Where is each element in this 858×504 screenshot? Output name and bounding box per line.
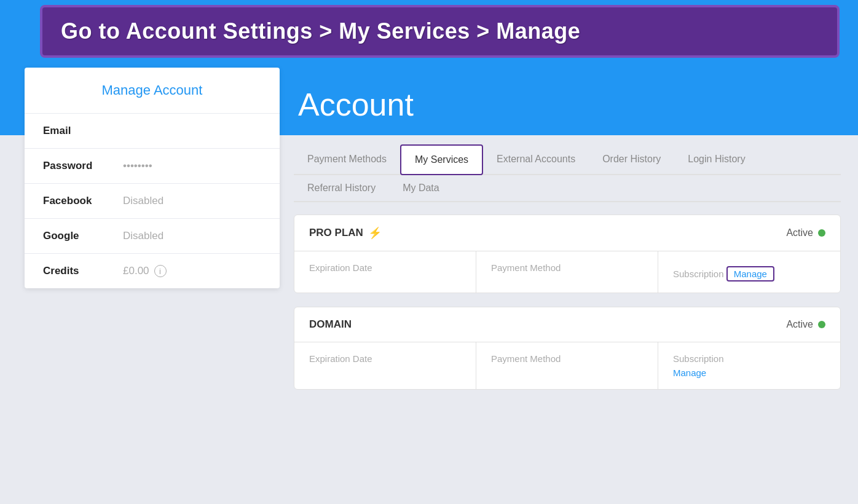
tab-payment-methods[interactable]: Payment Methods bbox=[294, 145, 400, 173]
manage-account-link[interactable]: Manage Account bbox=[102, 82, 203, 98]
domain-title-text: DOMAIN bbox=[309, 318, 352, 331]
domain-body: Expiration Date Payment Method Subscript… bbox=[294, 342, 840, 389]
domain-manage-link[interactable]: Manage bbox=[673, 368, 825, 378]
lightning-icon: ⚡ bbox=[368, 226, 382, 240]
facebook-row: Facebook Disabled bbox=[25, 184, 280, 219]
tab-order-history[interactable]: Order History bbox=[589, 145, 674, 173]
tabs-row-1: Payment Methods My Services External Acc… bbox=[294, 144, 841, 175]
page-title: Account bbox=[298, 86, 414, 123]
domain-expiration-label: Expiration Date bbox=[309, 353, 372, 364]
sidebar: Manage Account Email Password •••••••• F… bbox=[25, 68, 280, 288]
domain-card: DOMAIN Active Expiration Date Payment Me… bbox=[294, 307, 841, 390]
password-row: Password •••••••• bbox=[25, 149, 280, 184]
instruction-banner: Go to Account Settings > My Services > M… bbox=[40, 5, 840, 58]
main-content: Payment Methods My Services External Acc… bbox=[294, 144, 841, 403]
credits-row: Credits £0.00 i bbox=[25, 254, 280, 288]
domain-status-text: Active bbox=[786, 319, 813, 330]
sidebar-header: Manage Account bbox=[25, 68, 280, 114]
banner-text: Go to Account Settings > My Services > M… bbox=[61, 18, 580, 44]
domain-title: DOMAIN bbox=[309, 318, 352, 331]
domain-status-dot bbox=[818, 321, 825, 328]
password-label: Password bbox=[43, 160, 111, 172]
tab-login-history[interactable]: Login History bbox=[674, 145, 758, 173]
facebook-value: Disabled bbox=[123, 195, 163, 207]
pro-plan-subscription-col: Subscription Manage bbox=[658, 251, 840, 293]
tab-external-accounts[interactable]: External Accounts bbox=[483, 145, 589, 173]
facebook-label: Facebook bbox=[43, 195, 111, 207]
pro-plan-card: PRO PLAN ⚡ Active Expiration Date Paymen… bbox=[294, 215, 841, 293]
pro-plan-payment-col: Payment Method bbox=[476, 251, 658, 293]
pro-plan-status-text: Active bbox=[786, 227, 813, 238]
pro-plan-manage-link[interactable]: Manage bbox=[726, 266, 774, 282]
pro-plan-status-dot bbox=[818, 229, 825, 237]
domain-expiration-col: Expiration Date bbox=[294, 342, 476, 389]
pro-plan-subscription-label: Subscription bbox=[673, 269, 724, 279]
pro-plan-expiration-col: Expiration Date bbox=[294, 251, 476, 293]
tab-my-services[interactable]: My Services bbox=[400, 144, 483, 175]
pro-plan-body: Expiration Date Payment Method Subscript… bbox=[294, 251, 840, 293]
tabs-row-2: Referral History My Data bbox=[294, 175, 841, 202]
domain-subscription-label: Subscription bbox=[673, 353, 724, 364]
pro-plan-title-text: PRO PLAN bbox=[309, 227, 363, 239]
password-value: •••••••• bbox=[123, 160, 152, 172]
google-row: Google Disabled bbox=[25, 219, 280, 254]
pro-plan-title: PRO PLAN ⚡ bbox=[309, 226, 382, 240]
pro-plan-expiration-label: Expiration Date bbox=[309, 262, 372, 273]
tab-my-data[interactable]: My Data bbox=[389, 175, 453, 201]
google-value: Disabled bbox=[123, 230, 163, 242]
email-row: Email bbox=[25, 114, 280, 149]
google-label: Google bbox=[43, 230, 111, 242]
tab-referral-history[interactable]: Referral History bbox=[294, 175, 389, 201]
credits-value: £0.00 bbox=[123, 265, 149, 277]
credits-label: Credits bbox=[43, 265, 111, 277]
domain-header: DOMAIN Active bbox=[294, 307, 840, 342]
email-label: Email bbox=[43, 125, 111, 137]
credits-info-icon[interactable]: i bbox=[154, 265, 167, 277]
domain-status: Active bbox=[786, 319, 825, 330]
pro-plan-payment-label: Payment Method bbox=[491, 262, 561, 273]
domain-payment-label: Payment Method bbox=[491, 353, 561, 364]
pro-plan-status: Active bbox=[786, 227, 825, 238]
domain-payment-col: Payment Method bbox=[476, 342, 658, 389]
domain-subscription-col: Subscription Manage bbox=[658, 342, 840, 389]
pro-plan-header: PRO PLAN ⚡ Active bbox=[294, 215, 840, 251]
